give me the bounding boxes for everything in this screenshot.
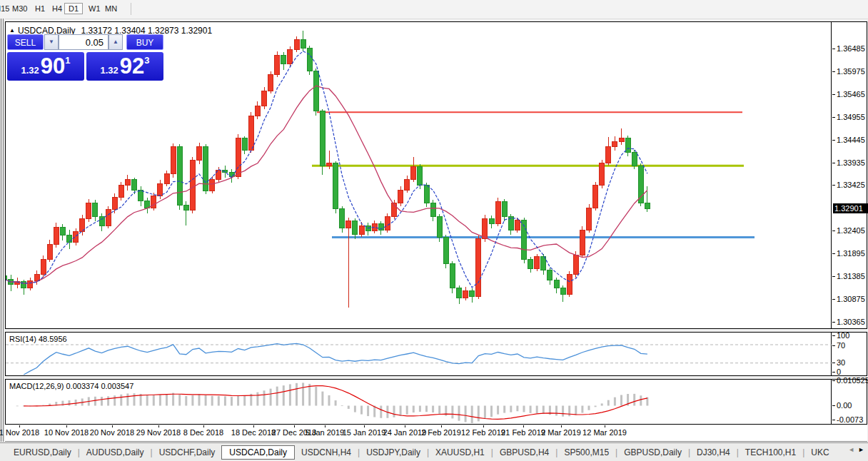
candle-body xyxy=(424,186,429,203)
price-axis-label: 1.36485 xyxy=(837,45,865,53)
timeframe-button-m30[interactable]: M30 xyxy=(9,3,30,14)
buy-price-display[interactable]: 1.32 92 3 xyxy=(86,52,163,81)
tab-scroll-right-icon[interactable]: ► xyxy=(858,446,864,453)
candle xyxy=(9,275,14,291)
macd-histogram-bar xyxy=(620,395,622,405)
chart-tab-usdcad-daily[interactable]: USDCAD,Daily xyxy=(221,445,295,460)
macd-histogram-bar xyxy=(348,406,350,409)
rsi-chart-canvas[interactable] xyxy=(6,333,832,375)
candle xyxy=(502,199,507,221)
candle xyxy=(365,223,370,235)
candle-body xyxy=(281,55,286,64)
candle xyxy=(353,218,358,239)
sell-button[interactable]: SELL xyxy=(7,34,44,50)
candle xyxy=(554,278,559,294)
buy-price-point: 3 xyxy=(144,55,149,66)
macd-histogram-bar xyxy=(503,406,505,413)
time-axis-label: 2 Feb 2019 xyxy=(421,428,461,437)
candle-body xyxy=(255,106,260,116)
candle-body xyxy=(74,232,79,242)
candle-body xyxy=(28,281,33,288)
time-axis-tick xyxy=(483,425,484,427)
chart-tab-usdchf-daily[interactable]: USDCHF,Daily xyxy=(153,445,222,460)
candle xyxy=(385,213,390,233)
timeframe-button-h1[interactable]: H1 xyxy=(32,3,48,14)
time-axis-label: 21 Feb 2019 xyxy=(501,428,545,437)
candle xyxy=(508,214,513,235)
price-axis-tick xyxy=(832,71,835,72)
collapse-icon[interactable]: ▲ xyxy=(9,27,15,34)
buy-button[interactable]: BUY xyxy=(126,34,163,50)
macd-histogram-bar xyxy=(640,395,642,405)
macd-histogram-bar xyxy=(581,406,583,413)
candle xyxy=(294,36,299,53)
tab-scroll-arrows: ◄► xyxy=(848,446,864,453)
candle-body xyxy=(483,218,488,239)
macd-histogram-bar xyxy=(75,400,77,406)
macd-histogram-bar xyxy=(367,406,369,417)
macd-histogram-bar xyxy=(178,395,181,406)
candle xyxy=(470,288,475,303)
chart-tab-tech100-h1[interactable]: TECH100,H1 xyxy=(739,445,802,460)
candle xyxy=(405,176,410,193)
macd-histogram-bar xyxy=(354,406,356,412)
sell-price-display[interactable]: 1.32 90 1 xyxy=(7,52,84,81)
macd-histogram-bar xyxy=(289,384,291,405)
volume-decrease-button[interactable]: ▼ xyxy=(44,34,59,50)
candle xyxy=(183,201,188,226)
candle-body xyxy=(242,138,247,151)
macd-histogram-bar xyxy=(530,406,532,413)
macd-histogram-bar xyxy=(490,406,493,417)
chart-tab-eurusd-daily[interactable]: EURUSD,Daily xyxy=(7,445,78,460)
candle-body xyxy=(495,201,500,223)
chart-tab-usdjpy-daily[interactable]: USDJPY,Daily xyxy=(360,445,427,460)
candle-body xyxy=(606,147,611,163)
macd-histogram-bar xyxy=(471,406,473,424)
candle-body xyxy=(340,208,345,228)
timeframe-button-h4[interactable]: H4 xyxy=(49,3,65,14)
candle-body xyxy=(443,237,448,264)
current-price-tag: 1.32901 xyxy=(833,203,868,213)
candle-body xyxy=(528,260,533,269)
macd-axis-tick xyxy=(832,405,835,406)
rsi-axis-label: 70 xyxy=(837,342,845,350)
chart-tab-ukc[interactable]: UKC xyxy=(804,445,835,460)
tab-scroll-left-icon[interactable]: ◄ xyxy=(848,446,854,453)
macd-histogram-bar xyxy=(478,406,480,422)
timeframe-button-mn[interactable]: MN xyxy=(102,3,120,14)
candle-body xyxy=(47,244,52,259)
macd-histogram-bar xyxy=(302,383,304,405)
chart-tab-xauusd-h1[interactable]: XAUUSD,H1 xyxy=(429,445,491,460)
toolbar-separator xyxy=(131,3,131,15)
timeframe-button-w1[interactable]: W1 xyxy=(86,3,104,14)
price-axis-tick xyxy=(832,276,835,277)
chart-tab-sp500-m15[interactable]: SP500,M15 xyxy=(557,445,615,460)
candle-body xyxy=(67,235,72,242)
candle xyxy=(118,182,123,201)
buy-price-pips: 92 xyxy=(120,54,144,78)
chart-tab-usdcnh-h4[interactable]: USDCNH,H4 xyxy=(295,445,358,460)
candle-body xyxy=(411,167,416,180)
candle-body xyxy=(333,163,338,209)
chart-tab-dj30-h4[interactable]: DJ30,H4 xyxy=(690,445,737,460)
chart-tab-audusd-daily[interactable]: AUDUSD,Daily xyxy=(80,445,151,460)
candle-body xyxy=(600,163,605,186)
time-axis-tick xyxy=(523,425,524,427)
macd-histogram-bar xyxy=(432,406,434,413)
macd-histogram-bar xyxy=(16,406,19,407)
candle xyxy=(67,230,72,248)
macd-histogram-bar xyxy=(458,406,460,421)
macd-axis-tick xyxy=(832,420,835,420)
macd-histogram-bar xyxy=(243,395,246,405)
price-axis-label: 1.35975 xyxy=(837,68,865,76)
macd-histogram-bar xyxy=(296,383,298,406)
timeframe-button-d1[interactable]: D1 xyxy=(64,3,83,14)
candle xyxy=(47,240,52,262)
volume-increase-button[interactable]: ▲ xyxy=(108,34,123,50)
time-axis-tick xyxy=(203,425,204,427)
rsi-header: RSI(14) 48.5956 xyxy=(9,335,67,343)
chart-tab-gbpusd-daily[interactable]: GBPUSD,Daily xyxy=(617,445,688,460)
volume-input[interactable] xyxy=(59,34,108,50)
candle xyxy=(60,224,65,240)
chart-tab-gbpusd-h4[interactable]: GBPUSD,H4 xyxy=(493,445,555,460)
